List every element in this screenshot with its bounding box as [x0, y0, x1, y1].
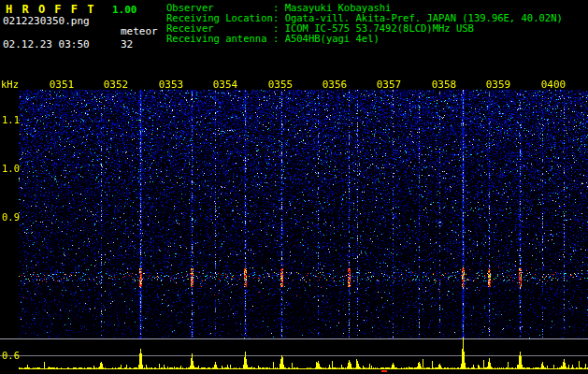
- time-tick-0354: 0354: [213, 79, 238, 91]
- time-tick-0351: 0351: [50, 79, 75, 91]
- frequency-unit-label: kHz: [1, 79, 19, 90]
- hrofft-output-screen: H R O F F T 1.00 0212230350.png meteor 0…: [0, 0, 588, 374]
- app-title: H R O F F T: [6, 3, 95, 16]
- freq-tick-1.0: 1.0: [2, 163, 20, 174]
- freq-tick-1.1: 1.1: [2, 114, 20, 125]
- timestamp: 02.12.23 03:50: [3, 38, 90, 50]
- time-tick-0357: 0357: [377, 79, 402, 91]
- mode-label: meteor: [121, 25, 158, 37]
- info-colon: :: [273, 33, 285, 44]
- freq-tick-0.9: 0.9: [2, 211, 20, 223]
- info-row-receiving-antenna: Receiving antenna: A504HB(yagi 4el): [166, 34, 563, 44]
- time-tick-0353: 0353: [159, 79, 184, 91]
- info-value: A504HB(yagi 4el): [285, 33, 380, 44]
- app-version: 1.00: [112, 4, 137, 16]
- time-tick-0359: 0359: [486, 79, 511, 91]
- time-tick-0358: 0358: [432, 79, 457, 91]
- meteor-count: 32: [121, 38, 133, 50]
- time-tick-0352: 0352: [104, 79, 129, 91]
- time-tick-0355: 0355: [268, 79, 294, 91]
- observer-info-block: Observer: Masayuki KobayashiReceiving Lo…: [166, 3, 563, 44]
- output-filename: 0212230350.png: [3, 15, 90, 27]
- time-tick-0400: 0400: [541, 79, 566, 91]
- time-tick-0356: 0356: [323, 79, 348, 91]
- spectrogram-canvas: [0, 75, 588, 374]
- freq-tick-0.6: 0.6: [2, 350, 20, 361]
- info-label: Receiving antenna: [166, 34, 273, 44]
